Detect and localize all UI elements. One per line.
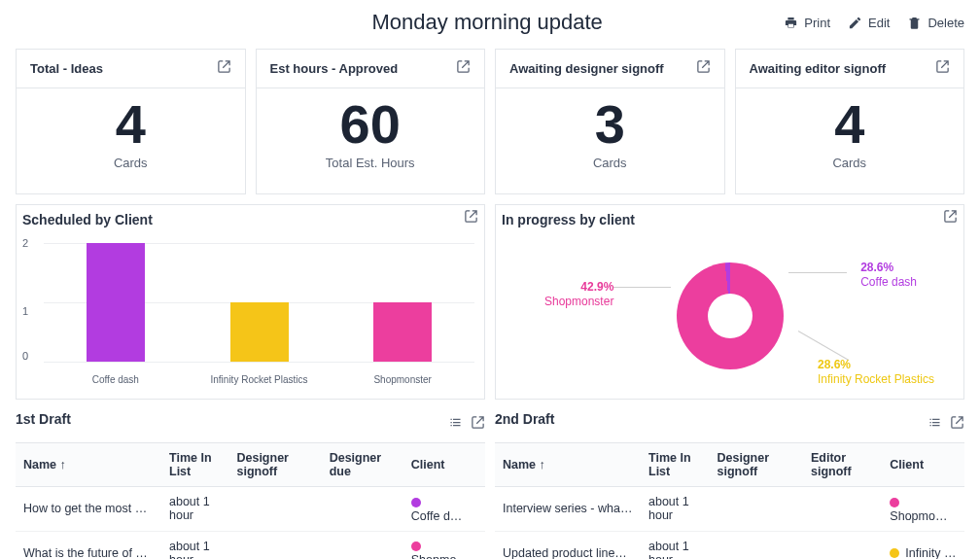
- chart-card-bar: Scheduled by Client 0 1 2 Coffe dashInfi…: [16, 204, 485, 400]
- cell-time: about 1 hour: [641, 531, 710, 559]
- cell-editor_signoff: [803, 487, 882, 532]
- pencil-icon: [848, 16, 862, 30]
- open-external-icon[interactable]: [471, 415, 485, 434]
- column-header[interactable]: Designer signoff: [228, 443, 321, 487]
- cell-client: Shopmo…: [882, 487, 964, 532]
- edit-button[interactable]: Edit: [848, 16, 890, 30]
- summary-card-designer-signoff: Awaiting designer signoff 3 Cards: [495, 49, 725, 194]
- ytick-1: 1: [22, 305, 28, 317]
- card-value: 3: [509, 96, 711, 154]
- summary-row: Total - Ideas 4 Cards Est hours - Approv…: [16, 49, 964, 194]
- cell-time: about 1 hour: [161, 487, 228, 532]
- card-label: Cards: [750, 156, 951, 170]
- open-external-icon[interactable]: [935, 59, 950, 78]
- client-color-dot: [890, 498, 899, 507]
- tables-row: 1st Draft NameTime In ListDesigner signo…: [16, 411, 964, 559]
- page-title: Monday morning update: [191, 10, 784, 35]
- bar-chart: 0 1 2 Coffe dashInfinity Rocket Plastics…: [17, 233, 484, 389]
- page-header: Monday morning update Print Edit Delete: [16, 6, 964, 35]
- card-label: Total Est. Hours: [270, 156, 472, 170]
- summary-card-ideas: Total - Ideas 4 Cards: [16, 49, 246, 194]
- card-value: 4: [750, 96, 951, 154]
- card-title: Est hours - Approved: [270, 61, 399, 76]
- cell-name: How to get the most ou…: [16, 487, 161, 532]
- cell-designer_due: [322, 531, 403, 559]
- open-external-icon[interactable]: [217, 59, 231, 78]
- card-title: Total - Ideas: [30, 61, 103, 76]
- column-header[interactable]: Name: [16, 443, 161, 487]
- cell-name: Updated product lines 2…: [495, 531, 641, 559]
- table-draft2: NameTime In ListDesigner signoffEditor s…: [495, 442, 964, 559]
- client-color-dot: [890, 548, 899, 558]
- cell-time: about 1 hour: [641, 487, 710, 532]
- column-header[interactable]: Client: [403, 443, 485, 487]
- delete-label: Delete: [928, 16, 964, 30]
- card-label: Cards: [509, 156, 711, 170]
- column-header[interactable]: Editor signoff: [803, 443, 882, 487]
- ytick-0: 0: [22, 350, 28, 362]
- print-button[interactable]: Print: [784, 16, 830, 30]
- print-label: Print: [804, 16, 830, 30]
- print-icon: [784, 16, 798, 30]
- column-header[interactable]: Name: [495, 443, 641, 487]
- card-title: Awaiting editor signoff: [750, 61, 887, 76]
- cell-client: Coffe d…: [403, 487, 485, 532]
- column-header[interactable]: Designer due: [322, 443, 403, 487]
- bar-coffe-dash: [87, 243, 145, 362]
- cell-time: about 1 hour: [161, 531, 228, 559]
- summary-card-est-hours: Est hours - Approved 60 Total Est. Hours: [256, 49, 486, 194]
- cell-name: Interview series - what's…: [495, 487, 641, 532]
- list-view-icon[interactable]: [928, 415, 942, 434]
- column-header[interactable]: Time In List: [161, 443, 228, 487]
- table-row[interactable]: How to get the most ou…about 1 hourCoffe…: [16, 487, 485, 532]
- table-draft1: NameTime In ListDesigner signoffDesigner…: [16, 442, 485, 559]
- card-value: 60: [270, 96, 472, 154]
- summary-card-editor-signoff: Awaiting editor signoff 4 Cards: [735, 49, 965, 194]
- donut-label-shopmonster: 42.9% Shopmonster: [544, 280, 613, 309]
- header-actions: Print Edit Delete: [784, 16, 964, 30]
- table-card-draft2: 2nd Draft NameTime In ListDesigner signo…: [495, 411, 964, 559]
- column-header[interactable]: Time In List: [641, 443, 710, 487]
- bar-category-label: Shopmonster: [331, 370, 474, 385]
- section-title: In progress by client: [500, 206, 637, 227]
- chart-card-donut: In progress by client 42.9% Shopmonster …: [495, 204, 964, 400]
- cell-client: Shopmo…: [403, 531, 485, 559]
- open-external-icon[interactable]: [941, 205, 960, 227]
- card-title: Awaiting designer signoff: [509, 61, 664, 76]
- cell-client: Infinity …: [882, 531, 964, 559]
- donut-label-coffe-dash: 28.6% Coffe dash: [860, 261, 917, 290]
- chart-row: Scheduled by Client 0 1 2 Coffe dashInfi…: [16, 204, 964, 400]
- column-header[interactable]: Client: [882, 443, 964, 487]
- open-external-icon[interactable]: [696, 59, 711, 78]
- cell-designer_signoff: [228, 531, 321, 559]
- section-title: 2nd Draft: [495, 411, 554, 437]
- ytick-2: 2: [22, 237, 28, 249]
- open-external-icon[interactable]: [950, 415, 964, 434]
- table-row[interactable]: Updated product lines 2…about 1 hourInfi…: [495, 531, 964, 559]
- open-external-icon[interactable]: [462, 205, 480, 227]
- cell-editor_signoff: [803, 531, 882, 559]
- delete-button[interactable]: Delete: [907, 16, 964, 30]
- column-header[interactable]: Designer signoff: [710, 443, 803, 487]
- edit-label: Edit: [868, 16, 890, 30]
- donut-chart: 42.9% Shopmonster 28.6% Coffe dash 28.6%…: [496, 233, 963, 399]
- card-value: 4: [30, 96, 231, 154]
- card-label: Cards: [30, 156, 231, 170]
- cell-designer_due: [322, 487, 403, 532]
- cell-name: What is the future of eC…: [16, 531, 161, 559]
- table-row[interactable]: What is the future of eC…about 1 hourSho…: [16, 531, 485, 559]
- cell-designer_signoff: [710, 531, 803, 559]
- list-view-icon[interactable]: [448, 415, 463, 434]
- table-row[interactable]: Interview series - what's…about 1 hourSh…: [495, 487, 964, 532]
- table-card-draft1: 1st Draft NameTime In ListDesigner signo…: [16, 411, 485, 559]
- section-title: Scheduled by Client: [20, 206, 155, 227]
- trash-icon: [907, 16, 922, 30]
- open-external-icon[interactable]: [456, 59, 471, 78]
- donut-label-infinity: 28.6% Infinity Rocket Plastics: [818, 358, 934, 387]
- section-title: 1st Draft: [16, 411, 71, 437]
- cell-designer_signoff: [710, 487, 803, 532]
- bar-shopmonster: [373, 302, 432, 362]
- client-color-dot: [411, 542, 421, 551]
- cell-designer_signoff: [228, 487, 321, 532]
- bar-infinity-rocket-plastics: [230, 302, 289, 362]
